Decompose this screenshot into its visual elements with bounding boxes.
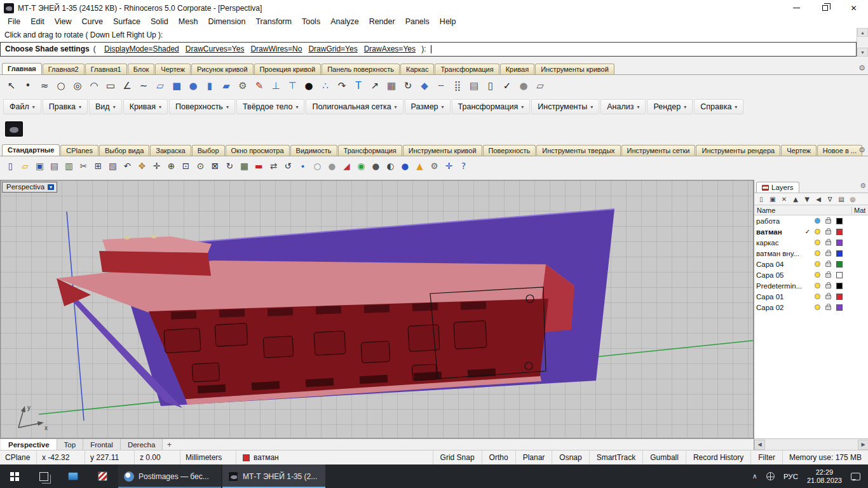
toolbar-group-tab[interactable]: Поверхность	[483, 145, 536, 156]
layer-lock-icon[interactable]	[825, 262, 831, 267]
surface-plane-icon[interactable]: ▱	[152, 78, 168, 95]
layer-lock-icon[interactable]	[825, 284, 831, 288]
command-scroll-down[interactable]: ▼	[857, 48, 868, 57]
curve-hook-icon[interactable]: ↷	[334, 78, 350, 95]
osnap-toggle[interactable]: Osnap	[552, 451, 589, 464]
toolbar-group-tab[interactable]: Окно просмотра	[226, 145, 290, 156]
zoom-window-icon[interactable]: ⊡	[179, 158, 193, 173]
filter-funnel-icon[interactable]: ∇	[825, 194, 835, 204]
rectangle-corner-icon[interactable]: ▭	[102, 78, 119, 95]
ru-menu-item[interactable]: Полигональная сетка ▾	[306, 99, 403, 114]
layer-color-swatch[interactable]	[836, 229, 843, 235]
layers-cake-icon[interactable]: ◢	[339, 158, 354, 173]
viewport-tab-derecha[interactable]: Derecha	[121, 439, 163, 450]
save-file-icon[interactable]: ▣	[32, 158, 47, 173]
ru-menu-item[interactable]: Файл ▾	[3, 99, 41, 114]
layer-lock-icon[interactable]	[825, 219, 831, 224]
ribbon-gear-icon[interactable]: ⚙	[858, 64, 865, 72]
block-insert-icon[interactable]: ▤	[466, 78, 482, 95]
lamp-off-icon[interactable]: ●	[325, 158, 339, 173]
layer-color-swatch[interactable]	[836, 240, 843, 246]
minimize-button[interactable]	[782, 0, 811, 16]
scroll-right-button[interactable]: ▶	[858, 440, 868, 450]
toolbar-group-tab[interactable]: Видимость	[290, 145, 337, 156]
layer-lock-icon[interactable]	[825, 252, 831, 256]
language-indicator[interactable]: РУС	[783, 473, 798, 480]
command-option[interactable]: DrawWires=No	[250, 44, 302, 53]
command-option[interactable]: DisplayMode=Shaded	[104, 44, 179, 53]
rhino-app-icon[interactable]	[4, 3, 14, 13]
new-sublayer-icon[interactable]: ▣	[768, 194, 778, 204]
circle-center-radius-icon[interactable]: ○	[53, 78, 69, 95]
layers-panel-tab[interactable]: Layers	[756, 182, 799, 193]
ribbon-tab[interactable]: Проекция кривой	[254, 64, 322, 74]
new-layer-icon[interactable]: ▯	[756, 194, 766, 204]
menubar-item[interactable]: Transform	[250, 16, 297, 28]
gumball-toggle[interactable]: Gumball	[643, 451, 686, 464]
viewport-tab-perspective[interactable]: Perspective	[1, 439, 57, 450]
lamp-on-icon[interactable]: ○	[310, 158, 325, 173]
layer-lock-icon[interactable]	[825, 295, 831, 299]
toolbar-group-tab[interactable]: Закраска	[150, 145, 191, 156]
layer-visibility-bulb-icon[interactable]	[815, 261, 820, 267]
close-button[interactable]: ✕	[839, 0, 868, 16]
menubar-item[interactable]: Help	[435, 16, 461, 28]
column-name[interactable]: Name	[757, 207, 851, 214]
pan-arrows-icon[interactable]: ⇄	[266, 158, 281, 173]
column-material[interactable]: Mater	[851, 207, 865, 214]
command-scroll-up[interactable]: ▲	[857, 28, 868, 37]
menubar-item[interactable]: Mesh	[173, 16, 203, 28]
cut-icon[interactable]: ✂	[76, 158, 91, 173]
tray-chevron-icon[interactable]: ∧	[752, 472, 757, 480]
pan-hand-icon[interactable]: ✥	[135, 158, 149, 173]
ru-menu-item[interactable]: Поверхность ▾	[169, 99, 235, 114]
layer-visibility-bulb-icon[interactable]	[815, 283, 820, 288]
command-option[interactable]: DrawCurves=Yes	[186, 44, 245, 53]
cplane-axes-icon[interactable]: ✛	[442, 158, 456, 173]
boolean-union-icon[interactable]: ◆	[416, 78, 433, 95]
search-icon[interactable]: ◎	[848, 194, 858, 204]
layer-row[interactable]: Capa 05	[754, 269, 868, 280]
select-arrow-icon[interactable]: ↖	[3, 78, 20, 95]
layer-row[interactable]: работа	[754, 215, 868, 226]
layer-row[interactable]: Capa 01	[754, 291, 868, 302]
task-view-button[interactable]	[29, 464, 58, 488]
ru-menu-item[interactable]: Анализ ▾	[600, 99, 646, 114]
toolbar-group-tab[interactable]: Инструменты сетки	[621, 145, 696, 156]
box-icon[interactable]: ■	[168, 78, 185, 95]
command-option[interactable]: DrawGrid=Yes	[308, 44, 357, 53]
viewport-title[interactable]: Perspectiva ▾	[2, 182, 57, 193]
print-icon[interactable]: ▤	[47, 158, 62, 173]
layers-horizontal-scrollbar[interactable]: ◀ ▶	[754, 438, 868, 450]
toolbar-group-tab[interactable]: Инструменты твердых	[536, 145, 620, 156]
menubar-item[interactable]: Solid	[146, 16, 173, 28]
curve-control-points-icon[interactable]: ≈	[36, 78, 53, 95]
arc-center-icon[interactable]: ◠	[86, 78, 102, 95]
project-up-icon[interactable]: ⊤	[284, 78, 301, 95]
collapse-icon[interactable]: ◀	[813, 194, 824, 204]
rotate-icon[interactable]: ↻	[400, 78, 416, 95]
undo-icon[interactable]: ↶	[120, 158, 135, 173]
rhino-viewport-thumbnail[interactable]	[5, 121, 23, 137]
notification-center-icon[interactable]	[851, 473, 860, 480]
layer-visibility-bulb-icon[interactable]	[815, 218, 820, 224]
layer-lock-icon[interactable]	[825, 241, 831, 245]
zoom-dynamic-icon[interactable]: ⊙	[193, 158, 208, 173]
layer-row[interactable]: Predetermin...	[754, 280, 868, 291]
ru-menu-item[interactable]: Трансформация ▾	[452, 99, 531, 114]
winrar-button[interactable]	[88, 464, 117, 488]
menubar-item[interactable]: View	[50, 16, 77, 28]
shear-icon[interactable]: ▱	[532, 78, 548, 95]
ru-menu-item[interactable]: Кривая ▾	[123, 99, 168, 114]
ribbon-tab[interactable]: Главная	[2, 63, 42, 74]
move-icon[interactable]: ↗	[367, 78, 383, 95]
command-option[interactable]: DrawAxes=Yes	[364, 44, 416, 53]
clock[interactable]: 22:29 21.08.2023	[807, 468, 842, 485]
polyline-icon[interactable]: ∠	[119, 78, 135, 95]
new-viewport-tab-button[interactable]: +	[163, 439, 175, 450]
layer-visibility-bulb-icon[interactable]	[815, 229, 820, 234]
layer-row[interactable]: ватман ✓	[754, 226, 868, 237]
move-down-icon[interactable]: ▼	[802, 194, 812, 204]
export-icon[interactable]: ▥	[62, 158, 76, 173]
layer-color-swatch[interactable]	[836, 294, 843, 300]
